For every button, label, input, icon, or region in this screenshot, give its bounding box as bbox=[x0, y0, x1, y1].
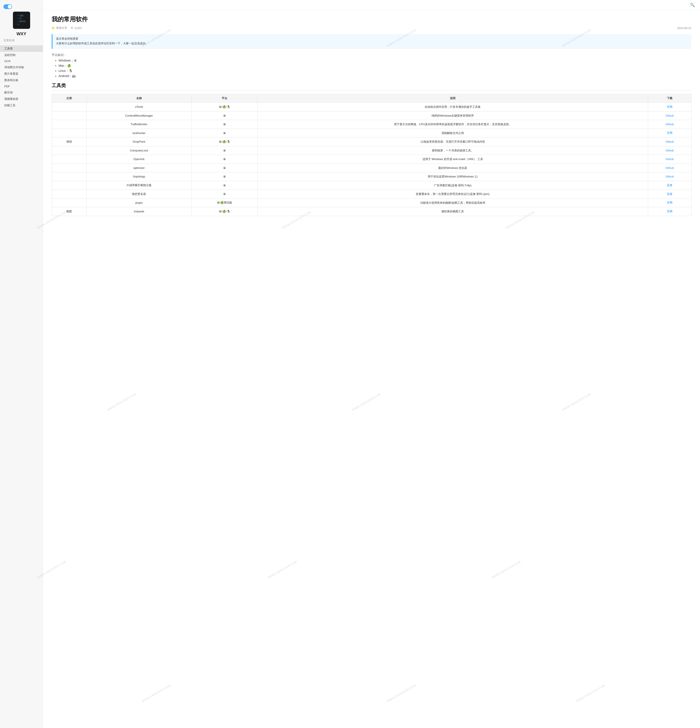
cell-desc: 微软家的截图工具 bbox=[257, 207, 648, 216]
cell-download[interactable]: 官网 bbox=[648, 129, 691, 137]
cell-platform: 🖥/🍏/🐧 bbox=[191, 207, 257, 216]
download-link[interactable]: Github bbox=[665, 175, 674, 178]
cell-platform: 🖥 bbox=[191, 146, 257, 155]
cell-desc: 让拖放变得更容易。无需打开并排窗口即可拖动内容 bbox=[257, 137, 648, 146]
cell-platform: 🖥/🍏/🐧 bbox=[191, 103, 257, 111]
page-title: 我的常用软件 bbox=[52, 15, 691, 23]
main-content: 我的常用软件 📁 资源分享 👁 12297 2023-08-31 该文章会持续更… bbox=[43, 10, 700, 728]
section-heading: 工具类 bbox=[52, 82, 691, 91]
sidebar-item-工具类[interactable]: 工具类 bbox=[0, 45, 43, 52]
download-link[interactable]: 官网 bbox=[667, 131, 673, 134]
cell-platform: 🖥 bbox=[191, 163, 257, 172]
cell-download[interactable]: Github bbox=[648, 155, 691, 164]
sidebar: * CODE * IS * POETRY */ WXY 文章目录 工具类远程控制… bbox=[0, 0, 43, 728]
sidebar-item-图片查看器[interactable]: 图片查看器 bbox=[0, 71, 43, 77]
download-link[interactable]: Github bbox=[665, 114, 674, 117]
cell-desc: 用于优化设置Windows 10和Windows 11 bbox=[257, 172, 648, 181]
table-row: SophiApp🖥用于优化设置Windows 10和Windows 11Gith… bbox=[52, 172, 691, 181]
cell-name: uTools bbox=[87, 103, 191, 111]
cell-platform: 🖥 bbox=[191, 155, 257, 164]
cell-download[interactable]: 蓝奏 bbox=[648, 190, 691, 199]
cell-desc: 功能强大使用简单的截图/贴图工具，帮助你提高效率 bbox=[257, 198, 648, 207]
sidebar-item-解压缩[interactable]: 解压缩 bbox=[0, 89, 43, 96]
download-link[interactable]: 官网 bbox=[667, 210, 673, 213]
cell-name: ContextMenuManager bbox=[87, 111, 191, 120]
download-link[interactable]: Github bbox=[665, 166, 674, 169]
platform-android: Android：🤖 bbox=[59, 74, 691, 78]
cell-platform: 🖥 bbox=[191, 129, 257, 137]
table-row: 增强DropPoint🖥/🍏/🐧让拖放变得更容易。无需打开并排窗口即可拖动内容G… bbox=[52, 137, 691, 146]
download-link[interactable]: 官网 bbox=[667, 201, 673, 204]
cell-name: 拖把更名器 bbox=[87, 190, 191, 199]
tool-table: 分类 名称 平台 说明 下载 uTools🖥/🍏/🐧自由组合插件应用，打造专属你… bbox=[52, 94, 691, 216]
cell-name: lockhunter bbox=[87, 129, 191, 137]
download-link[interactable]: Github bbox=[665, 157, 674, 161]
platform-label: 平台标识： bbox=[52, 53, 691, 57]
table-row: ContextMenuManager🖥纯粹的Windows右键菜单管理程序Git… bbox=[52, 111, 691, 120]
sidebar-item-远程控制[interactable]: 远程控制 bbox=[0, 52, 43, 58]
cell-name: DropPoint bbox=[87, 137, 191, 146]
sidebar-item-PDF[interactable]: PDF bbox=[0, 84, 43, 89]
notice-line2: 大家有什么好用的软件或工具也欢迎评论区安利一下，大家一起交流进步。 bbox=[56, 42, 688, 45]
sidebar-nav: 工具类远程控制OCR局域网文件传输图片查看器图表和白板PDF解压缩视频播放器卸载… bbox=[0, 45, 43, 108]
theme-toggle[interactable] bbox=[3, 4, 12, 9]
search-button[interactable]: 🔍 bbox=[690, 3, 695, 7]
table-row: uTools🖥/🍏/🐧自由组合插件应用，打造专属你的趁手工具集官网 bbox=[52, 103, 691, 111]
sidebar-item-局域网文件传输[interactable]: 局域网文件传输 bbox=[0, 64, 43, 71]
cell-category bbox=[52, 111, 87, 120]
cell-platform: 🖥 bbox=[191, 111, 257, 120]
notice-line1: 该文章会持续更新 bbox=[56, 37, 688, 40]
table-row: 拖把更名器🖥批量重命名，第一次需要以管理员身份运行(蓝奏 密码:cjsm)蓝奏 bbox=[52, 190, 691, 199]
avatar-code-text: * CODE * IS * POETRY */ bbox=[17, 14, 26, 26]
download-link[interactable]: 蓝奏 bbox=[667, 192, 673, 195]
col-platform: 平台 bbox=[191, 94, 257, 103]
toggle-knob bbox=[8, 5, 12, 9]
table-row: TrafficMonitor🖥用于显示当前网速、CPU及内存利用率的桌面悬浮窗软… bbox=[52, 120, 691, 129]
cell-category: 截图 bbox=[52, 207, 87, 216]
cell-download[interactable]: 官网 bbox=[648, 103, 691, 111]
cell-name: TrafficMonitor bbox=[87, 120, 191, 129]
col-desc: 说明 bbox=[257, 94, 648, 103]
cell-download[interactable]: Github bbox=[648, 137, 691, 146]
cell-platform: 🖥 bbox=[191, 120, 257, 129]
cell-category bbox=[52, 120, 87, 129]
cell-download[interactable]: 官网 bbox=[648, 207, 691, 216]
sidebar-item-视频播放器[interactable]: 视频播放器 bbox=[0, 96, 43, 102]
cell-desc: 纯粹的Windows右键菜单管理程序 bbox=[257, 111, 648, 120]
table-row: 火绒弹窗拦截独立版🖥广告弹窗拦截(蓝奏 密码:7v9p)蓝奏 bbox=[52, 181, 691, 190]
download-link[interactable]: Github bbox=[665, 149, 674, 152]
cell-name: optimizer bbox=[87, 163, 191, 172]
cell-download[interactable]: Github bbox=[648, 111, 691, 120]
download-link[interactable]: Github bbox=[665, 140, 674, 143]
sidebar-item-OCR[interactable]: OCR bbox=[0, 58, 43, 64]
cell-platform: 🖥/🍏/🐧 bbox=[191, 137, 257, 146]
cell-name: snipaste bbox=[87, 207, 191, 216]
cell-desc: 适用于 Windows 的开源 anti-rookit（ARK） 工具 bbox=[257, 155, 648, 164]
meta-date: 2023-08-31 bbox=[677, 26, 691, 30]
cell-download[interactable]: Github bbox=[648, 163, 691, 172]
sidebar-item-图表和白板[interactable]: 图表和白板 bbox=[0, 77, 43, 84]
download-link[interactable]: Github bbox=[665, 123, 674, 126]
cell-desc: 强制解除文件占用 bbox=[257, 129, 648, 137]
cell-download[interactable]: Github bbox=[648, 146, 691, 155]
download-link[interactable]: 蓝奏 bbox=[667, 183, 673, 187]
cell-download[interactable]: Github bbox=[648, 120, 691, 129]
cell-download[interactable]: 官网 bbox=[648, 198, 691, 207]
cell-platform: 🖥/🍏测试版 bbox=[191, 198, 257, 207]
cell-download[interactable]: Github bbox=[648, 172, 691, 181]
table-row: optimizer🖥最好的Windows 优化器Github bbox=[52, 163, 691, 172]
cell-category bbox=[52, 181, 87, 190]
cell-desc: 用于显示当前网速、CPU及内存利用率的桌面悬浮窗软件，并支持任务栏显示，支持更换… bbox=[257, 120, 648, 129]
cell-desc: 批量重命名，第一次需要以管理员身份运行(蓝奏 密码:cjsm) bbox=[257, 190, 648, 199]
cell-category bbox=[52, 163, 87, 172]
platform-mac: Mac：🍏 bbox=[59, 64, 691, 68]
sidebar-item-卸载工具[interactable]: 卸载工具 bbox=[0, 102, 43, 108]
cell-name: 火绒弹窗拦截独立版 bbox=[87, 181, 191, 190]
cell-platform: 🖥 bbox=[191, 181, 257, 190]
meta-row: 📁 资源分享 👁 12297 2023-08-31 bbox=[52, 26, 691, 30]
cell-download[interactable]: 蓝奏 bbox=[648, 181, 691, 190]
download-link[interactable]: 官网 bbox=[667, 105, 673, 108]
table-row: 截图snipaste🖥/🍏/🐧微软家的截图工具官网 bbox=[52, 207, 691, 216]
col-name: 名称 bbox=[87, 94, 191, 103]
table-row: lockhunter🖥强制解除文件占用官网 bbox=[52, 129, 691, 137]
